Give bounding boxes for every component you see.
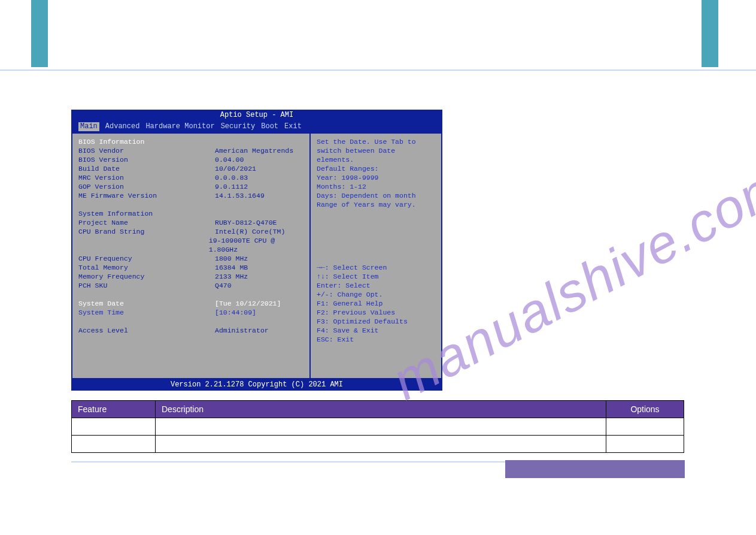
bios-system-date-value[interactable]: [Tue 10/12/2021] bbox=[215, 299, 281, 308]
bios-key-hint: Enter: Select bbox=[317, 281, 435, 290]
bios-key-hint: ESC: Exit bbox=[317, 335, 435, 344]
bios-screenshot: Aptio Setup - AMI Main Advanced Hardware… bbox=[71, 110, 442, 389]
bios-label: PCH SKU bbox=[78, 281, 215, 290]
bios-key-hint: ↑↓: Select Item bbox=[317, 272, 435, 281]
cell-opt bbox=[606, 436, 684, 453]
bios-tab-advanced[interactable]: Advanced bbox=[105, 122, 140, 131]
bios-value: 0.04.00 bbox=[215, 155, 244, 164]
bios-key-hint: +/-: Change Opt. bbox=[317, 290, 435, 299]
bios-heading-sys: System Information bbox=[78, 209, 215, 218]
bios-tab-boot[interactable]: Boot bbox=[261, 122, 278, 131]
bios-value: 2133 MHz bbox=[215, 272, 248, 281]
bios-value: Q470 bbox=[215, 281, 232, 290]
bios-value: 0.0.0.83 bbox=[215, 173, 248, 182]
header-tab-right bbox=[702, 0, 718, 67]
bios-label: MRC Version bbox=[78, 173, 215, 182]
bios-help-line: Default Ranges: bbox=[317, 164, 435, 173]
footer-copyright: Copyright © Portwell 2021 bbox=[71, 466, 162, 475]
bios-label: Memory Frequency bbox=[78, 272, 215, 281]
cell-opt bbox=[606, 418, 684, 436]
bios-value: 1800 MHz bbox=[215, 254, 248, 263]
cell-feature: System Time bbox=[72, 436, 156, 453]
bios-label bbox=[78, 236, 209, 254]
bios-menubar: Main Advanced Hardware Monitor Security … bbox=[71, 121, 442, 132]
bios-help-line: Set the Date. Use Tab to bbox=[317, 137, 435, 146]
cell-feature: System Date bbox=[72, 418, 156, 436]
bios-tab-exit[interactable]: Exit bbox=[284, 122, 302, 131]
footer-page-number: 42 bbox=[669, 464, 678, 473]
bios-value: RUBY-D812-Q470E bbox=[215, 218, 277, 227]
bios-label: BIOS Vendor bbox=[78, 146, 215, 155]
bios-value: American Megatrends bbox=[215, 146, 293, 155]
cell-desc: Set the Time. Use Tab to switch between … bbox=[156, 436, 606, 453]
bios-label: GOP Version bbox=[78, 182, 215, 191]
bios-label: Build Date bbox=[78, 164, 215, 173]
bios-right-pane: Set the Date. Use Tab to switch between … bbox=[311, 132, 442, 379]
bios-body: BIOS Information BIOS VendorAmerican Meg… bbox=[71, 132, 442, 379]
col-description: Description bbox=[156, 401, 606, 418]
bios-help-line: Days: Dependent on month bbox=[317, 191, 435, 200]
table-header-row: Feature Description Options bbox=[72, 401, 684, 418]
bios-left-pane: BIOS Information BIOS VendorAmerican Meg… bbox=[71, 132, 311, 379]
bios-value: 9.0.1112 bbox=[215, 182, 248, 191]
bios-label: Total Memory bbox=[78, 263, 215, 272]
section-title: 3.4 Main bbox=[71, 90, 123, 105]
bios-key-hint: →←: Select Screen bbox=[317, 263, 435, 272]
bios-key-hint: F1: General Help bbox=[317, 299, 435, 308]
bios-footer: Version 2.21.1278 Copyright (C) 2021 AMI bbox=[71, 379, 442, 391]
bios-key-hint: F2: Previous Values bbox=[317, 308, 435, 317]
bios-tab-security[interactable]: Security bbox=[221, 122, 256, 131]
bios-label: BIOS Version bbox=[78, 155, 215, 164]
bios-label: Project Name bbox=[78, 218, 215, 227]
bios-help-line: Months: 1-12 bbox=[317, 182, 435, 191]
bios-value: 14.1.53.1649 bbox=[215, 191, 265, 200]
bios-access-label: Access Level bbox=[78, 326, 215, 335]
bios-label: CPU Brand String bbox=[78, 227, 215, 236]
col-options: Options bbox=[606, 401, 684, 418]
bios-help-line: Year: 1998-9999 bbox=[317, 173, 435, 182]
bios-heading-info: BIOS Information bbox=[78, 137, 303, 146]
bios-label: CPU Frequency bbox=[78, 254, 215, 263]
table-row: System Date Set the Date. Use Tab to swi… bbox=[72, 418, 684, 436]
bios-tab-main[interactable]: Main bbox=[78, 122, 99, 131]
options-table: Feature Description Options System Date … bbox=[71, 400, 684, 453]
bios-access-value: Administrator bbox=[215, 326, 269, 335]
col-feature: Feature bbox=[72, 401, 156, 418]
bios-help-line: Range of Years may vary. bbox=[317, 200, 435, 209]
bios-value: 10/06/2021 bbox=[215, 164, 256, 173]
bios-value: 16384 MB bbox=[215, 263, 248, 272]
bios-key-hint: F4: Save & Exit bbox=[317, 326, 435, 335]
bios-key-hint: F3: Optimized Defaults bbox=[317, 317, 435, 326]
bios-system-time-value[interactable]: [10:44:09] bbox=[215, 308, 256, 317]
bios-value: Intel(R) Core(TM) bbox=[215, 227, 285, 236]
cell-desc: Set the Date. Use Tab to switch between … bbox=[156, 418, 606, 436]
footer-guide-text: RUBY-D812-Q470E User's Guide bbox=[512, 464, 628, 473]
header-tab-left bbox=[31, 0, 48, 67]
bios-system-time-label[interactable]: System Time bbox=[78, 308, 215, 317]
bios-system-date-label[interactable]: System Date bbox=[78, 299, 215, 308]
bios-help-line: switch between Date elements. bbox=[317, 146, 435, 164]
footer-guide-block: RUBY-D812-Q470E User's Guide 42 bbox=[505, 460, 685, 478]
bios-value: i9-10900TE CPU @ 1.80GHz bbox=[209, 236, 303, 254]
bios-tab-hardware-monitor[interactable]: Hardware Monitor bbox=[145, 122, 214, 131]
table-row: System Time Set the Time. Use Tab to swi… bbox=[72, 436, 684, 453]
bios-title: Aptio Setup - AMI bbox=[71, 110, 442, 121]
bios-label: ME Firmware Version bbox=[78, 191, 215, 200]
header-rule bbox=[0, 69, 756, 71]
